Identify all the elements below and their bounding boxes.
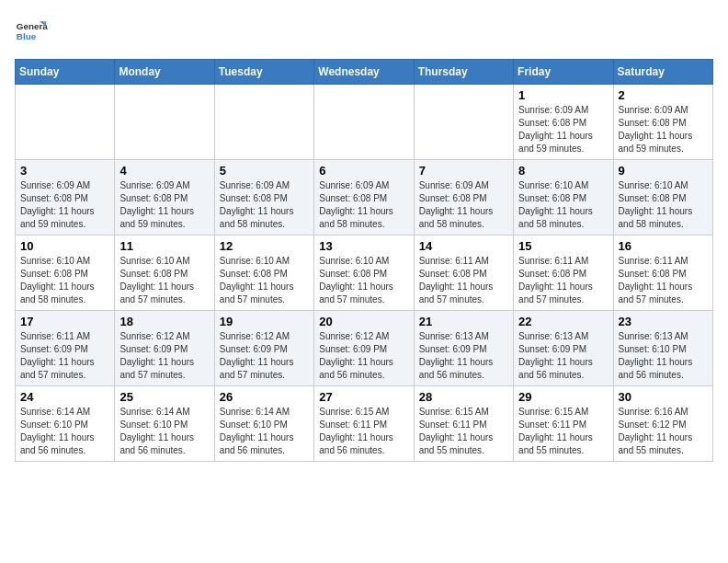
weekday-header-thursday: Thursday (414, 60, 513, 85)
calendar-cell: 3Sunrise: 6:09 AM Sunset: 6:08 PM Daylig… (16, 160, 115, 236)
weekday-header-monday: Monday (115, 60, 214, 85)
day-number: 1 (518, 88, 608, 102)
day-info: Sunrise: 6:09 AM Sunset: 6:08 PM Dayligh… (220, 179, 309, 231)
calendar-cell: 29Sunrise: 6:15 AM Sunset: 6:11 PM Dayli… (514, 386, 613, 462)
day-info: Sunrise: 6:10 AM Sunset: 6:08 PM Dayligh… (319, 255, 408, 306)
day-number: 16 (619, 239, 708, 253)
day-number: 25 (119, 390, 209, 404)
calendar-cell (214, 85, 313, 160)
day-info: Sunrise: 6:09 AM Sunset: 6:08 PM Dayligh… (119, 179, 209, 231)
calendar-cell: 30Sunrise: 6:16 AM Sunset: 6:12 PM Dayli… (613, 386, 712, 462)
day-number: 20 (319, 315, 408, 328)
calendar-cell: 1Sunrise: 6:09 AM Sunset: 6:08 PM Daylig… (514, 85, 613, 160)
day-info: Sunrise: 6:10 AM Sunset: 6:08 PM Dayligh… (518, 179, 608, 231)
calendar-cell: 13Sunrise: 6:10 AM Sunset: 6:08 PM Dayli… (314, 236, 414, 311)
calendar-cell: 23Sunrise: 6:13 AM Sunset: 6:10 PM Dayli… (613, 311, 712, 386)
day-number: 27 (319, 390, 408, 404)
calendar-cell (115, 85, 214, 160)
day-number: 26 (220, 390, 309, 404)
day-info: Sunrise: 6:09 AM Sunset: 6:08 PM Dayligh… (619, 104, 708, 155)
calendar-cell: 19Sunrise: 6:12 AM Sunset: 6:09 PM Dayli… (214, 311, 313, 386)
day-number: 2 (619, 88, 708, 102)
calendar-cell: 25Sunrise: 6:14 AM Sunset: 6:10 PM Dayli… (115, 386, 214, 462)
weekday-header-saturday: Saturday (613, 60, 712, 85)
header: General Blue (15, 15, 713, 48)
day-info: Sunrise: 6:13 AM Sunset: 6:09 PM Dayligh… (518, 330, 608, 382)
calendar-cell: 6Sunrise: 6:09 AM Sunset: 6:08 PM Daylig… (314, 160, 414, 236)
calendar-cell: 12Sunrise: 6:10 AM Sunset: 6:08 PM Dayli… (214, 236, 313, 311)
calendar-cell: 15Sunrise: 6:11 AM Sunset: 6:08 PM Dayli… (514, 236, 613, 311)
calendar-cell: 24Sunrise: 6:14 AM Sunset: 6:10 PM Dayli… (16, 386, 115, 462)
calendar-cell: 28Sunrise: 6:15 AM Sunset: 6:11 PM Dayli… (414, 386, 513, 462)
day-info: Sunrise: 6:11 AM Sunset: 6:08 PM Dayligh… (419, 255, 508, 306)
week-row-1: 1Sunrise: 6:09 AM Sunset: 6:08 PM Daylig… (16, 85, 713, 160)
day-number: 3 (20, 164, 109, 178)
weekday-header-tuesday: Tuesday (214, 60, 313, 85)
day-info: Sunrise: 6:11 AM Sunset: 6:09 PM Dayligh… (20, 330, 109, 382)
day-info: Sunrise: 6:11 AM Sunset: 6:08 PM Dayligh… (619, 255, 708, 306)
day-info: Sunrise: 6:16 AM Sunset: 6:12 PM Dayligh… (619, 406, 708, 457)
day-info: Sunrise: 6:09 AM Sunset: 6:08 PM Dayligh… (319, 179, 408, 231)
day-number: 23 (619, 315, 708, 328)
weekday-header-wednesday: Wednesday (314, 60, 414, 85)
calendar-cell: 8Sunrise: 6:10 AM Sunset: 6:08 PM Daylig… (514, 160, 613, 236)
calendar-cell: 27Sunrise: 6:15 AM Sunset: 6:11 PM Dayli… (314, 386, 414, 462)
calendar-cell: 4Sunrise: 6:09 AM Sunset: 6:08 PM Daylig… (115, 160, 214, 236)
day-info: Sunrise: 6:12 AM Sunset: 6:09 PM Dayligh… (119, 330, 209, 382)
day-number: 6 (319, 164, 408, 178)
day-number: 19 (220, 315, 309, 328)
day-info: Sunrise: 6:13 AM Sunset: 6:10 PM Dayligh… (619, 330, 708, 382)
logo: General Blue (15, 15, 48, 48)
calendar-cell (16, 85, 115, 160)
calendar-cell: 11Sunrise: 6:10 AM Sunset: 6:08 PM Dayli… (115, 236, 214, 311)
day-number: 9 (619, 164, 708, 178)
day-number: 24 (20, 390, 109, 404)
week-row-3: 10Sunrise: 6:10 AM Sunset: 6:08 PM Dayli… (16, 236, 713, 311)
day-number: 29 (518, 390, 608, 404)
calendar-cell: 2Sunrise: 6:09 AM Sunset: 6:08 PM Daylig… (613, 85, 712, 160)
day-info: Sunrise: 6:15 AM Sunset: 6:11 PM Dayligh… (419, 406, 508, 457)
calendar-cell: 14Sunrise: 6:11 AM Sunset: 6:08 PM Dayli… (414, 236, 513, 311)
calendar-cell: 20Sunrise: 6:12 AM Sunset: 6:09 PM Dayli… (314, 311, 414, 386)
day-info: Sunrise: 6:12 AM Sunset: 6:09 PM Dayligh… (319, 330, 408, 382)
calendar-cell: 21Sunrise: 6:13 AM Sunset: 6:09 PM Dayli… (414, 311, 513, 386)
day-number: 11 (119, 239, 209, 253)
calendar-cell: 26Sunrise: 6:14 AM Sunset: 6:10 PM Dayli… (214, 386, 313, 462)
day-number: 15 (518, 239, 608, 253)
day-number: 4 (119, 164, 209, 178)
day-info: Sunrise: 6:10 AM Sunset: 6:08 PM Dayligh… (619, 179, 708, 231)
day-number: 14 (419, 239, 508, 253)
general-blue-logo-icon: General Blue (15, 15, 48, 48)
day-info: Sunrise: 6:09 AM Sunset: 6:08 PM Dayligh… (518, 104, 608, 155)
day-number: 28 (419, 390, 508, 404)
day-info: Sunrise: 6:14 AM Sunset: 6:10 PM Dayligh… (20, 406, 109, 457)
calendar-cell: 10Sunrise: 6:10 AM Sunset: 6:08 PM Dayli… (16, 236, 115, 311)
day-info: Sunrise: 6:13 AM Sunset: 6:09 PM Dayligh… (419, 330, 508, 382)
day-info: Sunrise: 6:12 AM Sunset: 6:09 PM Dayligh… (220, 330, 309, 382)
day-number: 8 (518, 164, 608, 178)
calendar-cell: 18Sunrise: 6:12 AM Sunset: 6:09 PM Dayli… (115, 311, 214, 386)
day-number: 12 (220, 239, 309, 253)
weekday-header-row: SundayMondayTuesdayWednesdayThursdayFrid… (16, 60, 713, 85)
day-info: Sunrise: 6:15 AM Sunset: 6:11 PM Dayligh… (319, 406, 408, 457)
weekday-header-sunday: Sunday (16, 60, 115, 85)
day-info: Sunrise: 6:14 AM Sunset: 6:10 PM Dayligh… (119, 406, 209, 457)
calendar-cell: 9Sunrise: 6:10 AM Sunset: 6:08 PM Daylig… (613, 160, 712, 236)
day-number: 30 (619, 390, 708, 404)
svg-text:Blue: Blue (17, 31, 37, 41)
day-number: 10 (20, 239, 109, 253)
day-number: 21 (419, 315, 508, 328)
week-row-2: 3Sunrise: 6:09 AM Sunset: 6:08 PM Daylig… (16, 160, 713, 236)
calendar-cell: 17Sunrise: 6:11 AM Sunset: 6:09 PM Dayli… (16, 311, 115, 386)
calendar-cell (314, 85, 414, 160)
day-info: Sunrise: 6:09 AM Sunset: 6:08 PM Dayligh… (20, 179, 109, 231)
day-number: 5 (220, 164, 309, 178)
day-number: 18 (119, 315, 209, 328)
day-number: 22 (518, 315, 608, 328)
day-info: Sunrise: 6:10 AM Sunset: 6:08 PM Dayligh… (20, 255, 109, 306)
day-info: Sunrise: 6:10 AM Sunset: 6:08 PM Dayligh… (220, 255, 309, 306)
day-info: Sunrise: 6:14 AM Sunset: 6:10 PM Dayligh… (220, 406, 309, 457)
calendar-cell: 5Sunrise: 6:09 AM Sunset: 6:08 PM Daylig… (214, 160, 313, 236)
week-row-4: 17Sunrise: 6:11 AM Sunset: 6:09 PM Dayli… (16, 311, 713, 386)
day-info: Sunrise: 6:15 AM Sunset: 6:11 PM Dayligh… (518, 406, 608, 457)
